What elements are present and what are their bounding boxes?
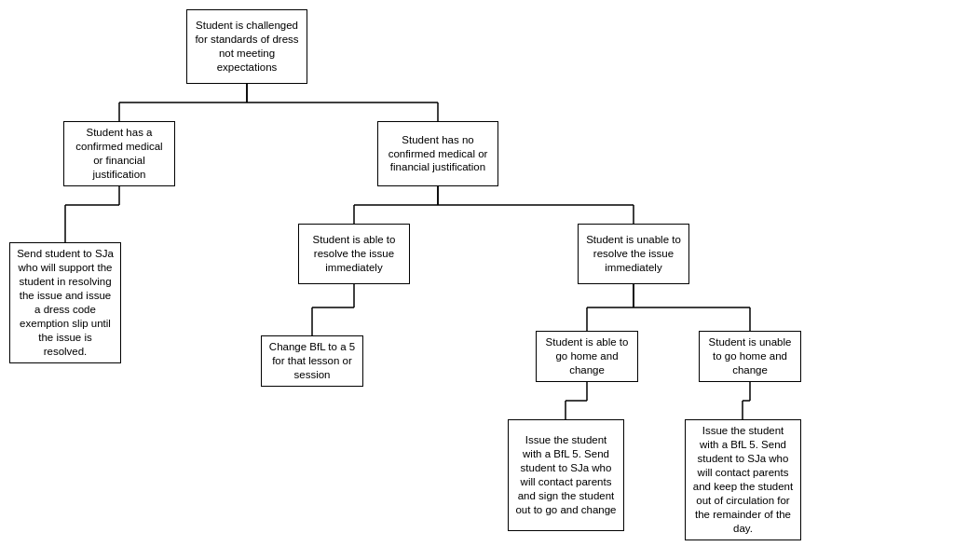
node-medical: Student has a confirmed medical or finan… [63, 121, 175, 186]
node-send-sja: Send student to SJa who will support the… [9, 242, 121, 363]
node-root: Student is challenged for standards of d… [186, 9, 307, 84]
connector-lines [0, 0, 954, 560]
node-resolve-immediately: Student is able to resolve the issue imm… [298, 224, 410, 284]
node-no-medical: Student has no confirmed medical or fina… [377, 121, 498, 186]
node-issue-bfl-home: Issue the student with a BfL 5. Send stu… [508, 419, 624, 531]
flowchart-diagram: Student is challenged for standards of d… [0, 0, 954, 560]
node-unable-resolve: Student is unable to resolve the issue i… [578, 224, 689, 284]
node-issue-bfl-circ: Issue the student with a BfL 5. Send stu… [685, 419, 801, 540]
node-go-home: Student is able to go home and change [536, 331, 638, 382]
node-change-bfl: Change BfL to a 5 for that lesson or ses… [261, 335, 363, 387]
node-unable-home: Student is unable to go home and change [699, 331, 801, 382]
